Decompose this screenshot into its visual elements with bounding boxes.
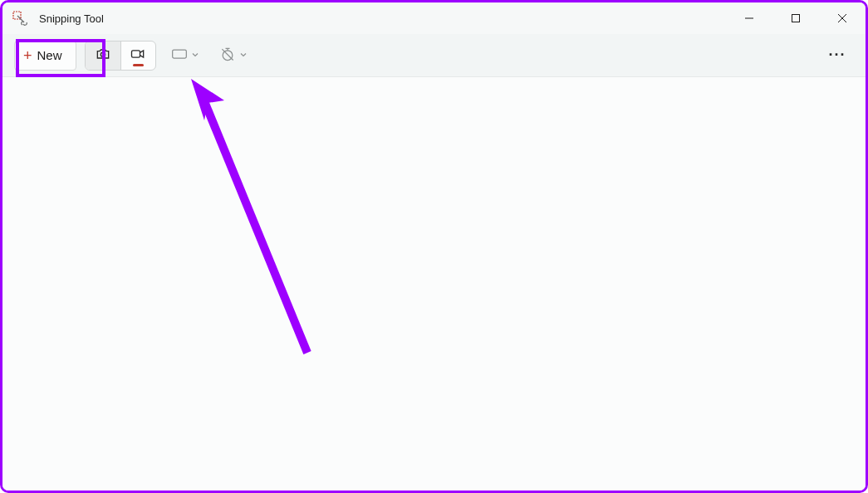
new-button[interactable]: + New bbox=[14, 41, 76, 71]
window-controls bbox=[726, 2, 866, 34]
toolbar: + New bbox=[2, 34, 866, 77]
canvas-area bbox=[2, 77, 866, 491]
video-mode-button[interactable] bbox=[120, 41, 155, 70]
video-icon bbox=[130, 46, 146, 66]
chevron-down-icon bbox=[239, 51, 248, 61]
app-icon bbox=[12, 11, 27, 26]
titlebar: Snipping Tool bbox=[2, 2, 866, 34]
plus-icon: + bbox=[23, 48, 32, 63]
new-button-label: New bbox=[37, 48, 62, 62]
more-options-button[interactable]: ··· bbox=[821, 41, 854, 71]
svg-rect-2 bbox=[792, 15, 800, 22]
snip-shape-dropdown[interactable] bbox=[164, 41, 204, 71]
minimize-button[interactable] bbox=[726, 2, 772, 34]
chevron-down-icon bbox=[191, 51, 199, 61]
delay-dropdown[interactable] bbox=[213, 41, 253, 71]
rectangle-icon bbox=[171, 47, 188, 64]
mode-toggle-group bbox=[85, 41, 156, 71]
ellipsis-icon: ··· bbox=[828, 46, 846, 64]
close-button[interactable] bbox=[819, 2, 866, 34]
maximize-button[interactable] bbox=[772, 2, 819, 34]
svg-point-5 bbox=[101, 52, 105, 56]
screenshot-mode-button[interactable] bbox=[86, 41, 120, 70]
camera-icon bbox=[95, 46, 111, 66]
app-title: Snipping Tool bbox=[39, 12, 726, 25]
timer-off-icon bbox=[219, 46, 236, 66]
window-frame: Snipping Tool + New bbox=[0, 0, 868, 493]
svg-rect-7 bbox=[172, 50, 186, 58]
svg-rect-6 bbox=[132, 50, 140, 56]
